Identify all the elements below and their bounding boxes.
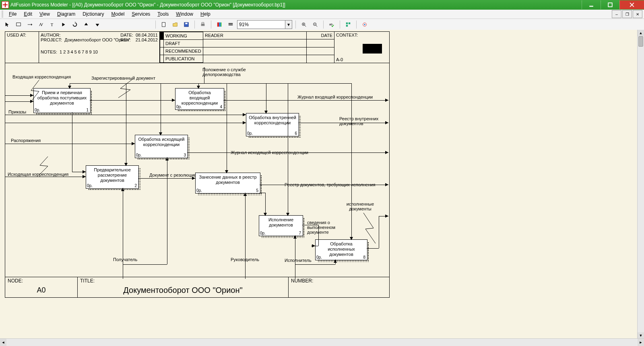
menu-services[interactable]: Services xyxy=(128,10,153,18)
activity-box-5[interactable]: Занесение данных в реестр документов 0р.… xyxy=(195,173,260,194)
menu-edit[interactable]: Edit xyxy=(21,10,35,18)
activity-box-3[interactable]: Обработка исходящей корреспонденции 0р.3 xyxy=(135,135,188,158)
squiggle-icon xyxy=(27,79,43,103)
activity-box-7[interactable]: Исполнение документов 0р.7 xyxy=(259,215,303,236)
label-recipient: Получатель xyxy=(113,257,137,262)
svg-rect-1 xyxy=(608,3,612,7)
label-execution-info: сведения о выполненном документе xyxy=(307,220,343,235)
squiggle-icon xyxy=(359,212,380,244)
diagram-workspace[interactable]: USED AT: AUTHOR: PROJECT: Документооборо… xyxy=(0,30,644,339)
menu-file[interactable]: File xyxy=(6,10,20,18)
activity-box-tool-button[interactable] xyxy=(14,20,23,29)
label-directives: Распоряжения xyxy=(11,138,41,143)
svg-rect-25 xyxy=(346,23,348,24)
mdi-restore-button[interactable]: ❐ xyxy=(622,10,632,18)
footer-node: NODE: A0 xyxy=(5,277,78,297)
vertical-scrollbar[interactable]: ▲ ▼ xyxy=(637,30,644,339)
svg-line-18 xyxy=(305,25,306,27)
zoom-input[interactable] xyxy=(237,22,285,27)
toolbar: T ▾ ab xyxy=(0,19,644,31)
context-thumbnail-icon xyxy=(363,44,382,54)
label-executed-docs: исполненные документы xyxy=(340,202,380,211)
menubar: File Edit View Diagram Dictionary Model … xyxy=(0,10,644,19)
app-icon xyxy=(2,1,9,8)
window-titlebar: AllFusion Process Modeler - [(A0) Докуме… xyxy=(0,0,644,10)
header-reader-block: READER DATE xyxy=(203,32,334,63)
squiggle-icon xyxy=(116,78,136,99)
svg-rect-10 xyxy=(201,24,205,26)
window-minimize-button[interactable] xyxy=(582,0,601,9)
scroll-down-button[interactable]: ▼ xyxy=(638,332,644,339)
label-incoming-journal: Журнал входящей корреспонденции xyxy=(297,95,373,99)
header-context-block: CONTEXT: A-0 xyxy=(334,32,389,63)
svg-rect-26 xyxy=(349,23,350,24)
arrow-tool-button[interactable] xyxy=(25,20,35,29)
mdi-minimize-button[interactable]: – xyxy=(612,10,621,18)
squiggle-icon xyxy=(37,156,53,176)
activity-box-2[interactable]: Предварительное рассмотрение документов … xyxy=(86,165,139,189)
menu-view[interactable]: View xyxy=(36,10,53,18)
move-down-button[interactable] xyxy=(93,20,102,29)
header-status-block: WORKING DRAFT RECOMMENDED PUBLICATION xyxy=(160,32,203,63)
print-button[interactable] xyxy=(198,20,208,29)
svg-rect-27 xyxy=(346,25,348,27)
window-close-button[interactable] xyxy=(619,0,644,9)
svg-text:ab: ab xyxy=(329,23,333,26)
activity-box-6[interactable]: Обработка внутренней корреспонденции 0р.… xyxy=(246,113,299,136)
svg-line-22 xyxy=(316,25,318,27)
menu-tools[interactable]: Tools xyxy=(154,10,172,18)
header-used-at: USED AT: xyxy=(5,32,39,63)
spellcheck-button[interactable]: ab xyxy=(327,20,336,29)
report-button[interactable] xyxy=(360,20,369,29)
menu-window[interactable]: Window xyxy=(173,10,196,18)
svg-rect-16 xyxy=(229,25,233,25)
diagram-frame: USED AT: AUTHOR: PROJECT: Документооборо… xyxy=(5,31,390,298)
redo-button[interactable] xyxy=(70,20,80,29)
text-tool-button[interactable]: T xyxy=(47,20,57,29)
menu-model[interactable]: Model xyxy=(108,10,128,18)
model-colors-button[interactable] xyxy=(215,20,224,29)
svg-rect-12 xyxy=(217,23,219,27)
menu-dictionary[interactable]: Dictionary xyxy=(79,10,107,18)
zoom-combo-button[interactable] xyxy=(226,20,235,29)
activity-box-4[interactable]: Обработка входящей корреспонденции 0р.4 xyxy=(175,88,224,110)
svg-rect-4 xyxy=(17,23,21,26)
move-up-button[interactable] xyxy=(81,20,91,29)
zoom-in-button[interactable] xyxy=(299,20,309,29)
menu-help[interactable]: Help xyxy=(197,10,214,18)
footer-number: NUMBER: xyxy=(289,277,389,297)
label-executor: Исполнитель xyxy=(285,258,312,263)
label-regulation: Положение о службе делопроизводства xyxy=(202,67,255,77)
zoom-select[interactable]: ▾ xyxy=(237,20,292,29)
zoom-dropdown-button[interactable]: ▾ xyxy=(285,21,292,29)
svg-rect-7 xyxy=(162,23,165,27)
window-maximize-button[interactable] xyxy=(601,0,619,9)
scroll-thumb[interactable] xyxy=(638,36,643,47)
svg-rect-14 xyxy=(221,23,222,27)
model-explorer-button[interactable] xyxy=(343,20,353,29)
zoom-out-button[interactable] xyxy=(310,20,320,29)
diagram-canvas[interactable]: Входящая корреспонденция Приказы Распоря… xyxy=(5,63,389,277)
new-button[interactable] xyxy=(159,20,169,29)
play-button[interactable] xyxy=(59,20,68,29)
squiggle-tool-button[interactable] xyxy=(36,20,46,29)
save-button[interactable] xyxy=(182,20,191,29)
scroll-up-button[interactable]: ▲ xyxy=(638,30,644,36)
menu-diagram[interactable]: Diagram xyxy=(54,10,78,18)
toolbar-grip-icon xyxy=(2,11,3,17)
scroll-left-button[interactable]: ◄ xyxy=(0,339,6,346)
label-document-with-resolution: Документ с резолюцией xyxy=(149,173,199,177)
diagram-header: USED AT: AUTHOR: PROJECT: Документооборо… xyxy=(5,32,389,63)
svg-rect-15 xyxy=(229,23,233,24)
svg-rect-13 xyxy=(219,23,221,27)
pointer-tool-button[interactable] xyxy=(2,20,12,29)
mdi-close-button[interactable]: ✕ xyxy=(633,10,642,18)
scroll-right-button[interactable]: ► xyxy=(638,339,644,346)
diagram-footer: NODE: A0 TITLE: Документооборот ООО "Ори… xyxy=(5,277,389,297)
label-orders: Приказы xyxy=(8,109,26,114)
svg-point-29 xyxy=(364,24,365,25)
horizontal-scrollbar[interactable]: ◄ ► xyxy=(0,338,644,346)
svg-rect-11 xyxy=(202,23,204,24)
open-button[interactable] xyxy=(170,20,180,29)
footer-title: TITLE: Документооборот ООО "Орион" xyxy=(78,277,289,297)
